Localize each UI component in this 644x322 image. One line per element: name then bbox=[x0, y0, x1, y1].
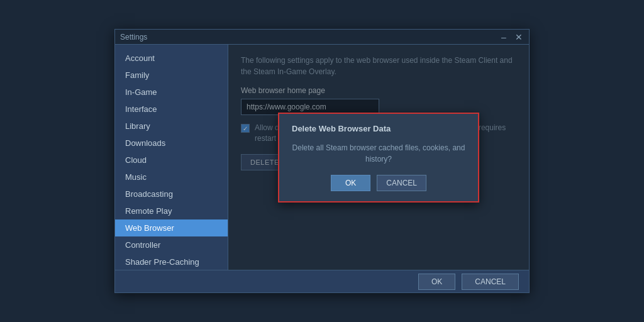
window-body: Account Family In-Game Interface Library… bbox=[115, 45, 529, 270]
sidebar-item-downloads[interactable]: Downloads bbox=[115, 135, 228, 152]
dialog-ok-button[interactable]: OK bbox=[331, 175, 370, 191]
settings-window: Settings – ✕ Account Family In-Game Inte… bbox=[114, 29, 530, 293]
sidebar-item-shaderprecaching[interactable]: Shader Pre-Caching bbox=[115, 253, 228, 270]
sidebar-item-music[interactable]: Music bbox=[115, 169, 228, 186]
dialog-overlay: Delete Web Browser Data Delete all Steam… bbox=[228, 45, 529, 270]
titlebar: Settings – ✕ bbox=[115, 30, 529, 45]
sidebar: Account Family In-Game Interface Library… bbox=[115, 45, 228, 270]
sidebar-item-interface[interactable]: Interface bbox=[115, 101, 228, 118]
footer-ok-button[interactable]: OK bbox=[418, 274, 455, 290]
sidebar-item-remoteplay[interactable]: Remote Play bbox=[115, 203, 228, 219]
window-title: Settings bbox=[120, 33, 147, 42]
main-content: The following settings apply to the web … bbox=[228, 45, 529, 270]
sidebar-item-cloud[interactable]: Cloud bbox=[115, 152, 228, 169]
sidebar-item-account[interactable]: Account bbox=[115, 50, 228, 67]
sidebar-item-ingame[interactable]: In-Game bbox=[115, 84, 228, 101]
sidebar-item-library[interactable]: Library bbox=[115, 118, 228, 135]
close-button[interactable]: ✕ bbox=[514, 32, 524, 42]
delete-dialog: Delete Web Browser Data Delete all Steam… bbox=[278, 113, 479, 203]
dialog-message: Delete all Steam browser cached files, c… bbox=[292, 142, 465, 165]
footer-cancel-button[interactable]: CANCEL bbox=[462, 274, 519, 290]
sidebar-item-webbrowser[interactable]: Web Browser bbox=[115, 219, 228, 236]
sidebar-item-family[interactable]: Family bbox=[115, 67, 228, 84]
minimize-button[interactable]: – bbox=[499, 32, 509, 42]
dialog-buttons: OK CANCEL bbox=[292, 175, 465, 191]
window-footer: OK CANCEL bbox=[115, 270, 529, 292]
sidebar-item-controller[interactable]: Controller bbox=[115, 236, 228, 253]
dialog-cancel-button[interactable]: CANCEL bbox=[377, 175, 426, 191]
sidebar-item-broadcasting[interactable]: Broadcasting bbox=[115, 186, 228, 203]
titlebar-controls: – ✕ bbox=[499, 32, 524, 42]
dialog-title: Delete Web Browser Data bbox=[292, 124, 465, 133]
desktop: Settings – ✕ Account Family In-Game Inte… bbox=[0, 0, 644, 322]
